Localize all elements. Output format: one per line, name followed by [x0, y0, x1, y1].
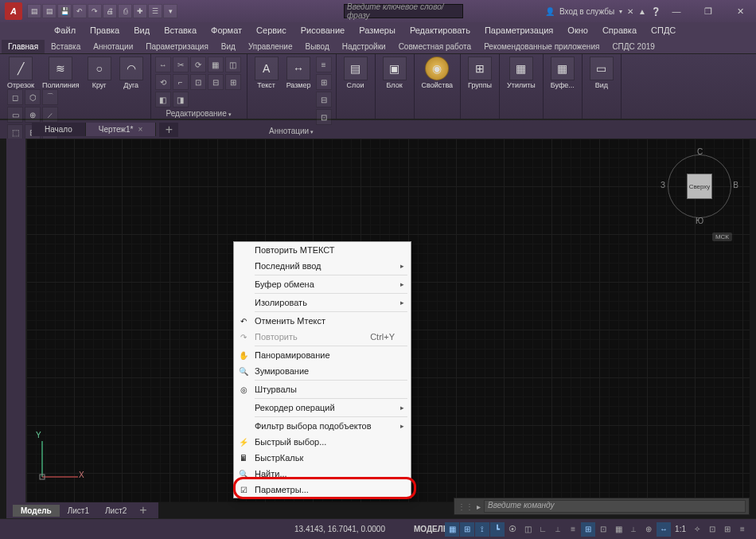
viewcube[interactable]: Сверху С Ю З В	[664, 150, 735, 222]
menu-спдс[interactable]: СПДС	[645, 25, 682, 36]
modify-small-10[interactable]: ◧	[155, 92, 171, 107]
status-toggle-17[interactable]: ⊞	[720, 522, 735, 537]
drawing-tab[interactable]: Чертеж1*×	[86, 123, 156, 136]
layers-button[interactable]: ▤Слои	[341, 57, 371, 89]
viewcube-east[interactable]: В	[733, 181, 738, 189]
ctx-clipboard[interactable]: Буфер обмена	[234, 276, 411, 292]
ribbon-tab-0[interactable]: Главная	[2, 40, 45, 53]
status-toggle-3[interactable]: ┗	[490, 522, 505, 537]
annot-Текст[interactable]: AТекст	[251, 57, 282, 125]
ctx-recent-input[interactable]: Последний ввод	[234, 258, 411, 274]
modify-small-4[interactable]: ◫	[225, 57, 241, 72]
qat-button-9[interactable]: ▾	[163, 4, 177, 18]
modify-small-8[interactable]: ⊟	[208, 74, 224, 90]
status-toggle-14[interactable]: ↔	[657, 522, 671, 537]
status-toggle-9[interactable]: ⊞	[581, 522, 595, 537]
ctx-find[interactable]: 🔍Найти...	[234, 466, 411, 482]
ctx-pan[interactable]: ✋Панорамирование	[234, 347, 411, 363]
menu-сервис[interactable]: Сервис	[250, 25, 293, 36]
modify-small-2[interactable]: ⟳	[190, 57, 206, 72]
modify-small-9[interactable]: ⊞	[225, 74, 241, 90]
menu-правка[interactable]: Правка	[84, 25, 126, 36]
draw-small-5[interactable]: ⟋	[42, 107, 58, 123]
ribbon-tab-7[interactable]: Надстройки	[336, 40, 392, 53]
qat-button-2[interactable]: 💾	[57, 4, 72, 18]
annot-small-3[interactable]: ⊡	[316, 109, 332, 125]
modify-small-11[interactable]: ◨	[173, 92, 189, 107]
draw-small-0[interactable]: ◻	[7, 89, 23, 105]
ctx-quick-select[interactable]: ⚡Быстрый выбор...	[234, 434, 411, 450]
draw-Круг[interactable]: ○Круг	[84, 57, 115, 89]
draw-small-6[interactable]: ⬚	[7, 124, 23, 140]
status-toggle-2[interactable]: ⟟	[475, 522, 489, 537]
modify-small-0[interactable]: ↔	[155, 57, 171, 72]
ribbon-tab-10[interactable]: СПДС 2019	[606, 40, 661, 53]
viewcube-west[interactable]: З	[661, 181, 665, 189]
clipboard-button[interactable]: ▦Буфе...	[548, 57, 578, 89]
help-icon[interactable]: ❔	[651, 7, 661, 16]
ribbon-group-annotation-title[interactable]: Аннотации	[251, 125, 332, 135]
menu-окно[interactable]: Окно	[561, 25, 594, 36]
qat-button-3[interactable]: ↶	[72, 4, 87, 18]
ucs-icon[interactable]: Y X	[34, 437, 82, 486]
status-toggle-0[interactable]: ▦	[445, 522, 459, 537]
scale-readout[interactable]: 1:1	[672, 525, 689, 533]
ribbon-tab-3[interactable]: Параметризация	[139, 40, 215, 53]
status-toggle-7[interactable]: ⟂	[551, 522, 565, 537]
draw-Полилиния[interactable]: ≋Полилиния	[39, 57, 83, 89]
ctx-subobject-filter[interactable]: Фильтр выбора подобъектов	[234, 418, 411, 434]
signin-link[interactable]: Вход в службы	[559, 7, 614, 16]
ctx-zoom[interactable]: 🔍Зумирование	[234, 363, 411, 379]
menu-параметризация[interactable]: Параметризация	[478, 25, 559, 36]
ribbon-tab-4[interactable]: Вид	[215, 40, 242, 53]
ctx-isolate[interactable]: Изолировать	[234, 295, 411, 311]
status-toggle-6[interactable]: ∟	[536, 522, 550, 537]
modify-small-7[interactable]: ⊡	[190, 74, 206, 90]
menu-формат[interactable]: Формат	[205, 25, 248, 36]
ctx-action-recorder[interactable]: Рекордер операций	[234, 400, 411, 416]
modify-small-5[interactable]: ⟲	[155, 74, 171, 90]
viewcube-south[interactable]: Ю	[696, 217, 703, 225]
menu-размеры[interactable]: Размеры	[353, 25, 402, 36]
qat-button-4[interactable]: ↷	[88, 4, 102, 18]
menu-справка[interactable]: Справка	[596, 25, 643, 36]
annot-small-1[interactable]: ⊞	[316, 74, 332, 90]
status-toggle-13[interactable]: ⊕	[641, 522, 656, 537]
status-toggle-11[interactable]: ▦	[611, 522, 625, 537]
ctx-steering-wheels[interactable]: ◎Штурвалы	[234, 381, 411, 397]
draw-small-1[interactable]: ⬡	[25, 89, 41, 105]
ribbon-tab-8[interactable]: Совместная работа	[392, 40, 478, 53]
status-toggle-8[interactable]: ≡	[566, 522, 580, 537]
qat-button-7[interactable]: ✚	[133, 4, 147, 18]
user-icon[interactable]: 👤	[545, 7, 555, 16]
ctx-repeat-mtext[interactable]: Повторить МТЕКСТ	[234, 242, 411, 258]
status-toggle-5[interactable]: ◫	[520, 522, 535, 537]
view-button[interactable]: ▭Вид	[586, 57, 617, 89]
ribbon-tab-5[interactable]: Управление	[242, 40, 299, 53]
model-space-toggle[interactable]: МОДЕЛЬ	[414, 525, 449, 533]
add-tab-button[interactable]: +	[159, 123, 178, 137]
qat-button-6[interactable]: ⎙	[118, 4, 132, 18]
wcs-badge[interactable]: МСК	[712, 232, 732, 241]
utilities-button[interactable]: ▦Утилиты	[504, 57, 539, 89]
modify-small-3[interactable]: ▦	[208, 57, 224, 72]
ctx-quickcalc[interactable]: 🖩БыстрКальк	[234, 450, 411, 466]
window-minimize-button[interactable]: —	[661, 0, 692, 22]
qat-button-1[interactable]: ▤	[42, 4, 57, 18]
groups-button[interactable]: ⊞Группы	[465, 57, 495, 89]
qat-button-5[interactable]: 🖨	[103, 4, 117, 18]
ribbon-tab-6[interactable]: Вывод	[299, 40, 336, 53]
draw-Отрезок[interactable]: ╱Отрезок	[4, 57, 37, 89]
annot-small-0[interactable]: ≡	[316, 57, 332, 72]
status-toggle-10[interactable]: ⊡	[596, 522, 610, 537]
block-button[interactable]: ▣Блок	[380, 57, 410, 89]
menu-вставка[interactable]: Вставка	[158, 25, 203, 36]
ctx-undo[interactable]: ↶Отменить Мтекст	[234, 313, 411, 329]
menu-рисование[interactable]: Рисование	[294, 25, 351, 36]
close-tab-icon[interactable]: ×	[138, 125, 142, 134]
qat-button-0[interactable]: ▤	[27, 4, 41, 18]
model-tab[interactable]: Модель	[13, 505, 60, 517]
autodesk-icon[interactable]: ▲	[638, 7, 646, 16]
add-layout-button[interactable]: +	[134, 503, 151, 518]
ribbon-tab-9[interactable]: Рекомендованные приложения	[477, 40, 606, 53]
